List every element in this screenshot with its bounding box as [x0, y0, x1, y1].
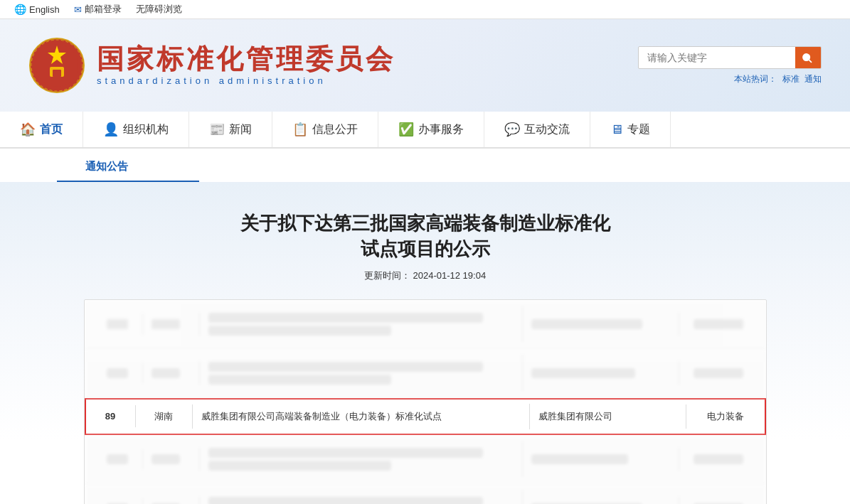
- org-icon: 👤: [103, 122, 119, 137]
- nav-item-interact[interactable]: 💬 互动交流: [484, 112, 590, 147]
- search-area: 本站热词： 标准 通知: [638, 46, 822, 85]
- blurred-cell: [93, 313, 143, 335]
- hot-search: 本站热词： 标准 通知: [731, 73, 822, 85]
- barrier-free-label: 无障碍浏览: [136, 3, 182, 16]
- content-area: 关于拟下达第三批国家高端装备制造业标准化 试点项目的公示 更新时间： 2024-…: [0, 182, 850, 504]
- blurred-cell: [200, 441, 523, 478]
- english-link[interactable]: 🌐 English: [14, 4, 60, 15]
- news-icon: 📰: [209, 122, 225, 137]
- table-row-blurred-3: [85, 435, 766, 484]
- cell-type: 电力装备: [686, 404, 765, 429]
- special-icon: 🖥: [610, 122, 623, 137]
- nav-item-service[interactable]: ✅ 办事服务: [378, 112, 484, 147]
- table-row-blurred-4: [85, 484, 766, 504]
- blurred-cell: [93, 498, 143, 504]
- nav-bar: 🏠 首页 👤 组织机构 📰 新闻 📋 信息公开 ✅ 办事服务 💬 互动交流 🖥 …: [0, 112, 850, 149]
- info-icon: 📋: [292, 122, 308, 137]
- barrier-free-link[interactable]: 无障碍浏览: [136, 3, 182, 16]
- search-input[interactable]: [639, 48, 795, 68]
- cell-number: 89: [86, 405, 136, 427]
- blurred-cell: [93, 449, 143, 470]
- nav-item-info[interactable]: 📋 信息公开: [272, 112, 378, 147]
- logo-chinese-text: 国家标准化管理委员会: [97, 45, 395, 75]
- header: 国家标准化管理委员会 standardization administratio…: [0, 19, 850, 112]
- blurred-cell: [523, 447, 679, 471]
- article-title-line1: 关于拟下达第三批国家高端装备制造业标准化: [28, 210, 822, 236]
- table-container: 89 湖南 威胜集团有限公司高端装备制造业（电力装备）标准化试点 威胜集团有限公…: [84, 299, 767, 504]
- article-title-line2: 试点项目的公示: [28, 236, 822, 262]
- nav-item-org[interactable]: 👤 组织机构: [83, 112, 189, 147]
- search-icon: [802, 52, 814, 63]
- table-row-blurred-2: [85, 349, 766, 398]
- blurred-cell: [200, 490, 523, 504]
- logo-english-text: standardization administration: [97, 75, 395, 86]
- service-icon: ✅: [398, 122, 414, 137]
- article-meta: 更新时间： 2024-01-12 19:04: [28, 269, 822, 282]
- blurred-cell: [679, 498, 758, 504]
- blurred-cell: [143, 447, 200, 471]
- table-row-highlighted: 89 湖南 威胜集团有限公司高端装备制造业（电力装备）标准化试点 威胜集团有限公…: [85, 398, 766, 435]
- article-title: 关于拟下达第三批国家高端装备制造业标准化 试点项目的公示: [28, 210, 822, 262]
- blurred-cell: [679, 363, 758, 384]
- hot-word-2[interactable]: 通知: [804, 74, 822, 84]
- nav-label-home: 首页: [40, 122, 63, 137]
- cell-province: 湖南: [136, 404, 193, 429]
- blurred-cell: [523, 312, 679, 336]
- email-label: 邮箱登录: [85, 3, 122, 16]
- hot-search-label: 本站热词：: [734, 74, 777, 84]
- logo-text-area: 国家标准化管理委员会 standardization administratio…: [97, 45, 395, 87]
- logo-area: 国家标准化管理委员会 standardization administratio…: [28, 37, 395, 94]
- blurred-cell: [200, 355, 523, 392]
- meta-label: 更新时间：: [364, 270, 410, 281]
- hot-word-1[interactable]: 标准: [782, 74, 799, 84]
- email-login-link[interactable]: ✉ 邮箱登录: [74, 3, 122, 16]
- interact-icon: 💬: [504, 122, 520, 137]
- blurred-cell: [93, 363, 143, 384]
- blurred-cell: [679, 313, 758, 335]
- nav-item-news[interactable]: 📰 新闻: [189, 112, 272, 147]
- meta-date: 2024-01-12 19:04: [413, 270, 486, 281]
- svg-rect-4: [53, 70, 61, 77]
- english-label: English: [29, 4, 60, 15]
- logo-emblem: [28, 37, 85, 94]
- nav-label-news: 新闻: [229, 122, 252, 137]
- nav-label-special: 专题: [627, 122, 650, 137]
- nav-label-org: 组织机构: [123, 122, 169, 137]
- home-icon: 🏠: [20, 122, 36, 137]
- blurred-cell: [143, 496, 200, 504]
- nav-item-home[interactable]: 🏠 首页: [0, 112, 83, 147]
- nav-item-special[interactable]: 🖥 专题: [590, 112, 671, 147]
- email-icon: ✉: [74, 4, 82, 15]
- blurred-cell: [200, 306, 523, 343]
- flag-icon: 🌐: [14, 4, 26, 15]
- breadcrumb-area: 通知公告: [57, 149, 199, 182]
- blurred-cell: [679, 449, 758, 470]
- blurred-cell: [523, 496, 679, 504]
- blurred-cell: [523, 361, 679, 385]
- breadcrumb-text[interactable]: 通知公告: [85, 160, 128, 181]
- nav-label-interact: 互动交流: [524, 122, 570, 137]
- cell-project: 威胜集团有限公司高端装备制造业（电力装备）标准化试点: [193, 404, 530, 429]
- blurred-cell: [143, 312, 200, 336]
- nav-label-service: 办事服务: [418, 122, 464, 137]
- search-box: [638, 46, 822, 69]
- search-button[interactable]: [795, 47, 821, 68]
- breadcrumb-wrapper: 通知公告: [0, 149, 850, 182]
- nav-label-info: 信息公开: [312, 122, 358, 137]
- top-bar: 🌐 English ✉ 邮箱登录 无障碍浏览: [0, 0, 850, 19]
- table-row-blurred-1: [85, 300, 766, 349]
- blurred-cell: [143, 361, 200, 385]
- cell-company: 威胜集团有限公司: [530, 404, 686, 429]
